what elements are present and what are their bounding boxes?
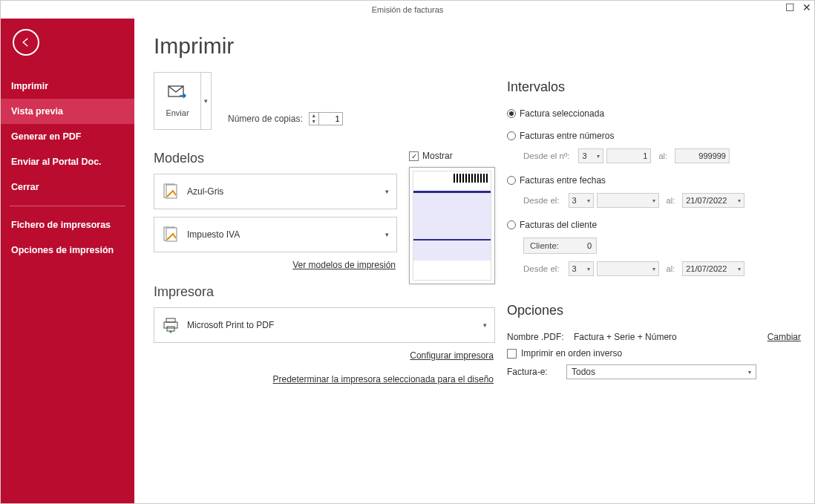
model-selector-2[interactable]: Impuesto IVA ▾ [154,217,397,252]
sidebar-separator [10,206,125,206]
chevron-down-icon: ▾ [483,321,487,329]
config-printer-link[interactable]: Configurar impresora [410,350,494,361]
to-num-field[interactable]: 999999 [675,148,730,163]
document-icon [162,226,180,243]
to-label-3: al: [667,264,675,273]
send-label: Enviar [166,108,189,117]
printer-selector[interactable]: Microsoft Print to PDF ▾ [154,307,495,343]
sidebar-item-imprimir[interactable]: Imprimir [1,73,134,99]
titlebar: Emisión de facturas ☐ ✕ [1,1,814,19]
client-to-date[interactable]: 21/07/2022▾ [682,261,744,276]
svg-rect-6 [164,322,177,328]
radio-client-label: Facturas del cliente [520,220,597,230]
sidebar-item-cerrar[interactable]: Cerrar [1,174,134,200]
from-num-serie[interactable]: 3▾ [578,148,603,163]
to-label-2: al: [667,196,675,205]
send-dropdown[interactable]: ▾ [201,72,212,130]
radio-between-dates[interactable] [507,176,516,185]
change-link[interactable]: Cambiar [767,332,801,342]
chevron-down-icon: ▾ [385,231,389,238]
envelope-icon [168,85,187,102]
copies-input[interactable] [319,112,343,125]
default-printer-link[interactable]: Predeterminar la impresora seleccionada … [273,374,494,384]
reverse-checkbox[interactable] [507,349,517,359]
sidebar-item-fichero-impresoras[interactable]: Fichero de impresoras [1,212,134,238]
models-title: Modelos [154,151,397,166]
show-checkbox[interactable]: ✓ [409,151,419,161]
options-title: Opciones [507,303,801,318]
sidebar-item-enviar-portal[interactable]: Enviar al Portal Doc. [1,149,134,174]
show-label: Mostrar [422,151,453,161]
back-button[interactable] [13,29,39,56]
model2-text: Impuesto IVA [187,229,240,240]
copies-label: Número de copias: [228,114,303,124]
window-title: Emisión de facturas [372,5,444,14]
sidebar-item-opciones-impresion[interactable]: Opciones de impresión [1,238,134,263]
models-link[interactable]: Ver modelos de impresión [292,260,396,270]
to-date-field[interactable]: 21/07/2022▾ [682,193,744,208]
client-field[interactable]: Cliente: 0 [523,238,597,254]
close-icon[interactable]: ✕ [802,2,811,13]
model-selector-1[interactable]: Azul-Gris ▾ [154,174,397,209]
pdf-value: Factura + Serie + Número [574,332,767,342]
client-from-label: Desde el: [523,264,560,273]
page-title: Imprimir [154,33,495,59]
maximize-icon[interactable]: ☐ [785,2,795,13]
from-num-field[interactable]: 1 [606,148,651,163]
printer-name: Microsoft Print to PDF [187,320,274,330]
send-button[interactable]: Enviar [154,72,201,130]
to-label: al: [658,151,667,160]
sidebar-item-vista-previa[interactable]: Vista previa [1,99,134,124]
sidebar-item-generar-pdf[interactable]: Generar en PDF [1,124,134,149]
pdf-label: Nombre .PDF: [507,332,574,342]
svg-point-8 [170,331,172,333]
printer-icon [162,316,180,334]
from-date-serie[interactable]: 3▾ [569,193,594,208]
document-icon [162,183,180,200]
intervals-title: Intervalos [507,79,801,95]
radio-between-numbers[interactable] [507,131,516,140]
radio-selected-label: Factura seleccionada [520,108,604,119]
facte-label: Factura-e: [507,367,560,377]
from-date-label: Desde el: [523,196,560,205]
svg-rect-5 [166,318,175,322]
reverse-label: Imprimir en orden inverso [521,348,622,359]
client-from-serie[interactable]: 3▾ [569,261,594,276]
svg-rect-7 [167,327,174,331]
client-from-date[interactable]: ▾ [597,261,659,276]
from-num-label: Desde el nº: [523,151,569,160]
radio-between-numbers-label: Facturas entre números [520,131,614,141]
printer-title: Impresora [154,284,495,300]
model1-text: Azul-Gris [187,186,223,197]
radio-between-dates-label: Facturas entre fechas [520,175,606,186]
chevron-down-icon: ▾ [385,188,389,195]
from-date-field[interactable]: ▾ [597,193,659,208]
sidebar: Imprimir Vista previa Generar en PDF Env… [1,19,134,503]
radio-client[interactable] [507,220,516,229]
copies-spinner[interactable]: ▲▼ [309,112,343,125]
facte-dropdown[interactable]: Todos▾ [566,364,756,379]
model-preview [409,167,495,284]
radio-selected-invoice[interactable] [507,109,516,118]
